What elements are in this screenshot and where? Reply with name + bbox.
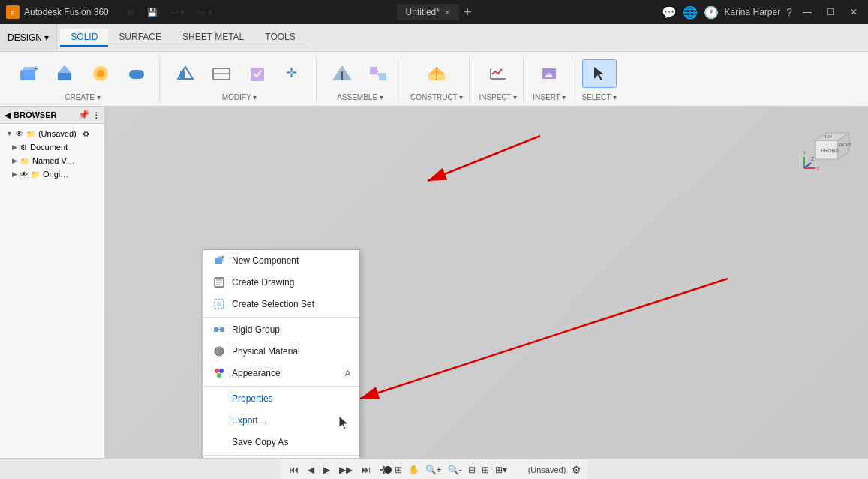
save-btn[interactable]: 💾 (143, 5, 162, 20)
svg-point-8 (97, 70, 104, 77)
expand-arrow: ▼ (6, 130, 13, 137)
browser-item-document[interactable]: ▶ ⚙ Document (0, 140, 104, 154)
settings-icon-sm[interactable]: ⚙ (83, 130, 89, 138)
tool-modify1[interactable] (169, 60, 202, 87)
timeline-marker[interactable] (384, 466, 392, 474)
fit-view-icon[interactable]: ⊞ (395, 465, 402, 475)
pan-icon[interactable]: ✋ (408, 465, 419, 475)
select-label[interactable]: SELECT ▾ (581, 92, 617, 103)
info-icon[interactable]: 🌐 (683, 5, 698, 20)
tool-construct1[interactable] (420, 60, 453, 87)
cm-display-detail[interactable]: Display Detail Control (203, 457, 359, 458)
canvas-area[interactable]: FRONT TOP RIGHT X Y Z + (105, 107, 868, 458)
tab-tools[interactable]: TOOLS (254, 29, 305, 47)
browser-collapse-btn[interactable]: ◀ (5, 111, 11, 119)
svg-marker-28 (594, 67, 604, 80)
gear-settings-icon[interactable]: ⚙ (572, 464, 581, 476)
tl-back-btn[interactable]: ◀ (305, 463, 317, 477)
tab-sheetmetal[interactable]: SHEET METAL (172, 29, 254, 47)
titlebar: F Autodesk Fusion 360 ⊞ 💾 ↩ ▾ ↪ ▾ Untitl… (0, 0, 868, 24)
modify-label[interactable]: MODIFY ▾ (222, 92, 257, 103)
inspect1-icon (486, 63, 510, 84)
grid-btn[interactable]: ⊞ (122, 5, 138, 20)
modify3-icon (245, 63, 269, 84)
tool-new-body[interactable]: + (12, 60, 45, 87)
group-create: + (6, 55, 160, 103)
tl-fwd-btn[interactable]: ▶▶ (336, 463, 356, 477)
appearance-shortcut: A (345, 369, 350, 378)
design-button[interactable]: DESIGN ▾ (0, 24, 57, 51)
cm-save-copy[interactable]: Save Copy As (203, 432, 359, 453)
gear-icon-sm: ⚙ (20, 143, 27, 152)
insert-label[interactable]: INSERT ▾ (533, 92, 566, 103)
create-label[interactable]: CREATE ▾ (65, 92, 101, 103)
active-tab[interactable]: Untitled* ✕ (397, 4, 459, 20)
tool-create3[interactable] (84, 60, 117, 87)
history-icon[interactable]: 🕐 (704, 5, 719, 20)
cm-export[interactable]: Export… (203, 410, 359, 432)
svg-marker-6 (58, 65, 71, 73)
tool-modify2[interactable] (205, 60, 238, 87)
svg-text:X: X (816, 166, 820, 171)
svg-text:Z: Z (811, 156, 815, 161)
browser-item-origin[interactable]: ▶ 👁 📁 Origi… (0, 167, 104, 181)
tool-move[interactable]: ✛ (277, 60, 310, 87)
export-label: Export… (232, 415, 267, 426)
notification-icon[interactable]: 💬 (662, 5, 677, 20)
browser-menu[interactable]: ⋮ (92, 111, 100, 119)
inspect-label[interactable]: INSPECT ▾ (479, 92, 517, 103)
browser-pin[interactable]: 📌 (78, 110, 89, 120)
tool-assemble2[interactable] (362, 60, 395, 87)
zoom-in-icon[interactable]: 🔍+ (425, 465, 442, 475)
tool-insert1[interactable]: ⛰ (533, 60, 566, 87)
cm-new-component[interactable]: + New Component (203, 250, 359, 272)
tl-play-btn[interactable]: ▶ (320, 463, 333, 477)
help-icon[interactable]: ? (786, 6, 792, 18)
eye-icon[interactable]: 👁 (16, 130, 23, 138)
move-icon: ✛ (281, 63, 305, 84)
maximize-btn[interactable]: ☐ (822, 5, 839, 19)
tool-inspect1[interactable] (482, 60, 515, 87)
minimize-btn[interactable]: — (798, 5, 816, 19)
tab-close[interactable]: ✕ (444, 8, 450, 17)
cm-rigid-group[interactable]: Rigid Group (203, 319, 359, 341)
create-tools: + (12, 55, 153, 92)
cm-properties[interactable]: Properties (203, 388, 359, 410)
zoom-out-icon[interactable]: 🔍- (448, 465, 462, 475)
selection-set-icon (212, 297, 226, 311)
tab-solid[interactable]: SOLID (60, 29, 108, 47)
eye-icon2: 👁 (20, 170, 28, 179)
tool-extrude[interactable] (48, 60, 81, 87)
modify1-icon (173, 63, 197, 84)
svg-rect-49 (217, 302, 221, 306)
svg-text:+: + (34, 65, 38, 73)
app-icon: F (6, 5, 20, 19)
construct1-icon (425, 63, 449, 84)
close-btn[interactable]: ✕ (845, 5, 862, 19)
cm-create-drawing[interactable]: Create Drawing (203, 272, 359, 294)
assemble-label[interactable]: ASSEMBLE ▾ (337, 92, 383, 103)
redo-btn[interactable]: ↪ ▾ (194, 5, 216, 20)
browser-item-named[interactable]: ▶ 📁 Named V… (0, 154, 104, 167)
tl-prev-btn[interactable]: ⏮ (287, 463, 302, 477)
view-grid-icon[interactable]: ⊟ (468, 465, 476, 475)
tool-assemble1[interactable] (326, 60, 359, 87)
tool-select1[interactable] (582, 59, 617, 88)
create-drawing-icon (212, 276, 226, 289)
view-layout-icon[interactable]: ⊞ (482, 465, 489, 475)
browser-item-unsaved[interactable]: ▼ 👁 📁 (Unsaved) ⚙ (0, 127, 104, 140)
svg-text:FRONT: FRONT (821, 148, 839, 153)
expand-arrow3: ▶ (12, 157, 17, 164)
cm-create-selection-set[interactable]: Create Selection Set (203, 294, 359, 315)
new-tab-btn[interactable]: + (464, 5, 472, 20)
cm-physical-material[interactable]: Physical Material (203, 341, 359, 363)
viewcube[interactable]: FRONT TOP RIGHT X Y Z (800, 122, 853, 174)
undo-btn[interactable]: ↩ ▾ (167, 5, 189, 20)
view-options-icon[interactable]: ⊞▾ (495, 465, 507, 475)
tool-create4[interactable] (120, 60, 153, 87)
tool-modify3[interactable] (241, 60, 274, 87)
cm-appearance[interactable]: Appearance A (203, 363, 359, 384)
tl-end-btn[interactable]: ⏭ (359, 463, 374, 477)
tab-surface[interactable]: SURFACE (108, 29, 172, 47)
construct-label[interactable]: CONSTRUCT ▾ (410, 92, 463, 103)
